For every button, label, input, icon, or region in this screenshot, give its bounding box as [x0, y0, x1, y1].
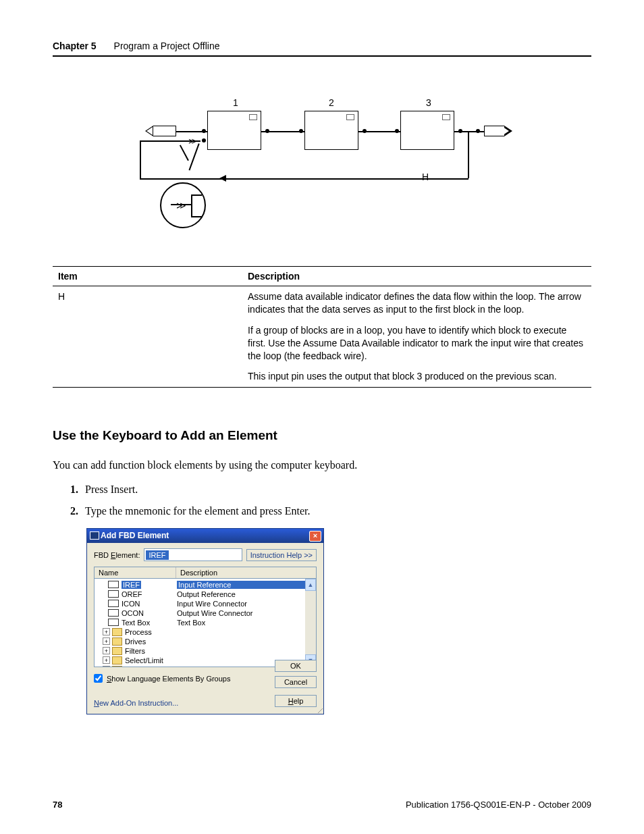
step-item: Type the mnemonic for the element and pr… [81, 505, 591, 517]
list-item[interactable]: +Drives [97, 637, 305, 646]
list-header[interactable]: Name Description [94, 567, 317, 578]
table-cell-item: H [53, 286, 242, 388]
folder-icon [112, 666, 122, 667]
close-icon[interactable]: × [309, 531, 321, 542]
scrollbar[interactable]: ▲ ▼ [305, 579, 316, 667]
expand-icon[interactable]: + [103, 666, 110, 667]
diagram-block-2 [304, 111, 358, 150]
list-item[interactable]: ICON Input Wire Connector [97, 599, 305, 608]
dialog-title-text: Add FBD Element [101, 531, 169, 540]
iref-icon [108, 581, 119, 588]
list-item[interactable]: OREF Output Reference [97, 590, 305, 598]
dialog-titlebar[interactable]: Add FBD Element × [87, 529, 323, 543]
cancel-button[interactable]: Cancel [275, 676, 317, 688]
table-header-description: Description [242, 267, 591, 286]
list-item[interactable]: OCON Output Wire Connector [97, 608, 305, 617]
step-item: Press Insert. [81, 484, 591, 496]
diagram-output-ref [484, 126, 504, 136]
diagram-feedback-label: H [422, 172, 429, 182]
list-header-description[interactable]: Description [176, 567, 316, 578]
help-button[interactable]: Help [275, 695, 317, 707]
chapter-number: Chapter 5 [53, 41, 97, 51]
expand-icon[interactable]: + [103, 637, 110, 645]
add-fbd-element-dialog: Add FBD Element × FBD Element: IREF Inst… [86, 528, 324, 714]
diagram-block-1 [207, 111, 261, 150]
steps-list: Press Insert. Type the mnemonic for the … [53, 484, 591, 517]
ok-button[interactable]: OK [275, 660, 317, 672]
fbd-element-input[interactable]: IREF [144, 548, 242, 561]
resize-grip-icon[interactable] [315, 705, 323, 713]
running-header: Chapter 5 Program a Project Offline [53, 41, 591, 57]
page-number: 78 [53, 800, 62, 810]
diagram-block-3 [400, 111, 454, 150]
expand-icon[interactable]: + [103, 628, 110, 635]
textbox-icon [108, 619, 119, 626]
instruction-help-button[interactable]: Instruction Help >> [246, 549, 317, 561]
folder-icon [112, 656, 122, 664]
list-item[interactable]: +Process [97, 627, 305, 636]
section-intro: You can add function block elements by u… [53, 459, 591, 471]
show-by-groups-label: Show Language Elements By Groups [107, 675, 230, 683]
list-item[interactable]: Text Box Text Box [97, 618, 305, 627]
fbd-loop-diagram: 1 2 3 [53, 104, 591, 246]
new-addon-instruction-link[interactable]: New Add-On Instruction... [94, 699, 178, 707]
list-item[interactable]: IREF Input Reference [97, 580, 305, 589]
list-item[interactable]: +Filters [97, 646, 305, 655]
table-header-item: Item [53, 267, 242, 286]
folder-icon [112, 628, 122, 636]
diagram-label-1: 1 [233, 97, 238, 108]
element-list[interactable]: IREF Input Reference OREF Output Referen… [94, 578, 317, 667]
description-table: Item Description H Assume data available… [53, 266, 591, 388]
icon-icon [108, 600, 119, 607]
ocon-icon [108, 609, 119, 617]
diagram-input-ref [153, 126, 176, 136]
list-header-name[interactable]: Name [95, 567, 176, 578]
page-footer: 78 Publication 1756-QS001E-EN-P - Octobe… [53, 800, 591, 810]
chapter-title: Program a Project Offline [114, 41, 220, 51]
section-heading: Use the Keyboard to Add an Element [53, 428, 591, 443]
diagram-label-3: 3 [426, 97, 431, 108]
table-cell-description: Assume data available indicator defines … [242, 286, 591, 388]
list-item[interactable]: +Select/Limit [97, 656, 305, 664]
table-row: H Assume data available indicator define… [53, 286, 591, 388]
publication-id: Publication 1756-QS001E-EN-P - October 2… [406, 800, 591, 810]
list-item[interactable]: +Statistical [97, 665, 305, 667]
scroll-up-icon[interactable]: ▲ [305, 579, 316, 591]
diagram-label-2: 2 [329, 97, 334, 108]
folder-icon [112, 647, 122, 655]
expand-icon[interactable]: + [103, 647, 110, 654]
oref-icon [108, 590, 119, 598]
diagram-zoom-circle: ≫ [160, 182, 206, 228]
show-by-groups-checkbox[interactable] [94, 674, 103, 683]
dialog-app-icon [90, 531, 99, 540]
expand-icon[interactable]: + [103, 656, 110, 664]
fbd-element-label: FBD Element: [94, 551, 140, 559]
folder-icon [112, 637, 122, 646]
